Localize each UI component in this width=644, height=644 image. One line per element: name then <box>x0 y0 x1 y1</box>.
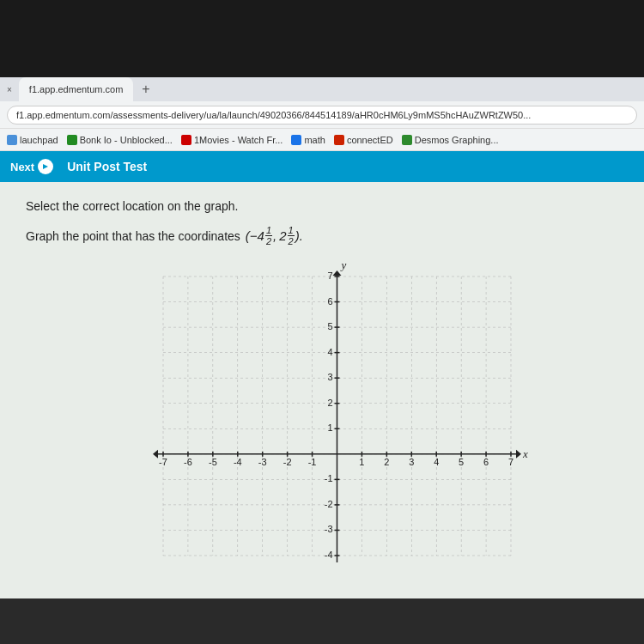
next-button[interactable]: Next <box>10 159 53 174</box>
next-arrow-icon <box>38 159 53 174</box>
instruction-text: Select the correct location on the graph… <box>26 199 618 213</box>
active-tab[interactable]: f1.app.edmentum.com <box>19 77 133 101</box>
bookmark-bonk-icon <box>67 135 77 145</box>
bookmark-desmos-icon <box>402 135 412 145</box>
device-top-bar <box>0 0 644 77</box>
tab-close-icon[interactable]: × <box>7 85 12 94</box>
question-text: Graph the point that has the coordinates… <box>26 225 618 246</box>
graph-container[interactable] <box>26 264 618 581</box>
address-bar <box>0 101 644 129</box>
quiz-content: Select the correct location on the graph… <box>0 182 644 598</box>
bookmark-lauchpad-label: lauchpad <box>20 135 58 145</box>
graph-canvas[interactable] <box>116 264 528 581</box>
svg-marker-0 <box>43 164 48 169</box>
bookmark-math[interactable]: math <box>291 135 325 145</box>
toolbar-title: Unit Post Test <box>67 160 147 173</box>
bookmark-connected-icon <box>334 135 344 145</box>
quiz-toolbar: Next Unit Post Test <box>0 151 644 182</box>
bookmarks-bar: lauchpad Bonk Io - Unblocked... 1Movies … <box>0 129 644 151</box>
bookmark-math-label: math <box>304 135 325 145</box>
browser-chrome: × f1.app.edmentum.com + lauchpad Bonk Io… <box>0 77 644 598</box>
bookmark-lauchpad[interactable]: lauchpad <box>7 135 58 145</box>
bookmark-bonk[interactable]: Bonk Io - Unblocked... <box>67 135 173 145</box>
bookmark-connected[interactable]: connectED <box>334 135 393 145</box>
bookmark-1movies-label: 1Movies - Watch Fr... <box>194 135 283 145</box>
tab-label: f1.app.edmentum.com <box>29 84 123 94</box>
url-input[interactable] <box>7 106 637 125</box>
coordinate-graph[interactable] <box>116 264 528 581</box>
bookmark-1movies[interactable]: 1Movies - Watch Fr... <box>181 135 283 145</box>
bookmark-lauchpad-icon <box>7 135 17 145</box>
bookmark-connected-label: connectED <box>347 135 393 145</box>
math-expression: (−412, 212). <box>246 225 303 246</box>
bookmark-bonk-label: Bonk Io - Unblocked... <box>80 135 173 145</box>
new-tab-button[interactable]: + <box>137 80 155 99</box>
bookmark-desmos-label: Desmos Graphing... <box>415 135 499 145</box>
next-label: Next <box>10 161 34 173</box>
question-prefix: Graph the point that has the coordinates <box>26 229 240 243</box>
bookmark-math-icon <box>291 135 301 145</box>
tab-bar: × f1.app.edmentum.com + <box>0 77 644 101</box>
bookmark-1movies-icon <box>181 135 191 145</box>
bookmark-desmos[interactable]: Desmos Graphing... <box>402 135 499 145</box>
